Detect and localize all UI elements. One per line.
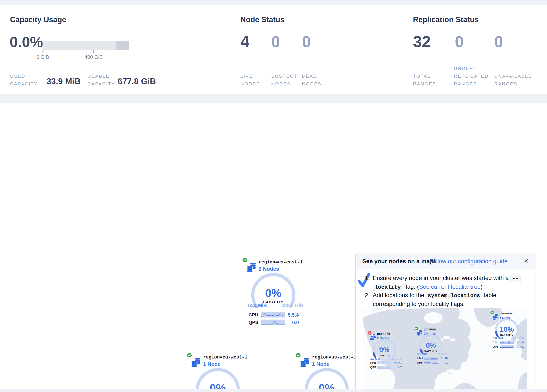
geo-card-sfo[interactable]: 1 geo=sfo 2 Nodes 9% CAPACITY 3.2 GiB 35… — [368, 331, 403, 371]
healthy-check-icon — [242, 258, 247, 263]
qps-value: 4.7 — [398, 366, 402, 369]
region-name: region=us-west-1 — [312, 355, 356, 360]
usable-capacity-label: USABLE CAPACITY — [88, 72, 115, 88]
locality-tree-link[interactable]: See current locality tree — [419, 283, 481, 290]
capacity-reserved-segment — [116, 41, 129, 50]
cpu-sparkline — [261, 312, 285, 317]
live-nodes-label: LIVE NODES — [240, 72, 260, 88]
step-text: ) — [481, 283, 483, 290]
geo-name: geo=sfo — [377, 332, 390, 336]
popup-header: See your nodes on a map! Follow our conf… — [356, 254, 535, 269]
caribbean-island — [448, 373, 452, 374]
region-card-us-west-1[interactable]: region=us-west-1 1 Node 0% CAPACITY 9.6 … — [295, 352, 358, 392]
code-chip: locality — [373, 284, 403, 291]
qps-row: QPS 0.0 — [490, 345, 526, 348]
region-nodes-link[interactable]: 1 Node — [203, 361, 220, 367]
used-capacity-value: 33.9 MiB — [47, 77, 80, 86]
cpu-sparkline — [424, 357, 438, 360]
used-value: 14.4 MiB — [247, 303, 267, 309]
capacity-gauge: 0% CAPACITY — [250, 271, 297, 319]
view-toolbar: Node Map▾ Cluster 10m Past 10 Minutes ‹ … — [0, 103, 547, 121]
qps-row: QPS 0.0 — [242, 320, 305, 325]
cpu-row: CPU 5.5% — [242, 312, 305, 318]
total-ranges-label: TOTAL RANGES — [413, 72, 436, 88]
axis-tick-label: 0 GiB — [36, 54, 49, 60]
region-nodes-link[interactable]: 2 Nodes — [259, 266, 279, 272]
node-status-title: Node Status — [240, 15, 284, 24]
cpu-value: 5.5% — [288, 312, 299, 318]
qps-label: QPS — [370, 366, 376, 369]
cpu-value: 12.3% — [516, 341, 524, 344]
cpu-label: CPU — [249, 312, 258, 318]
healthy-check-icon — [296, 353, 301, 358]
node-map-setup-popup: See your nodes on a map! Follow our conf… — [356, 254, 535, 392]
replication-status-title: Replication Status — [413, 15, 479, 24]
total-value: 338.9 GiB — [281, 303, 303, 309]
capacity-gauge: 0% CAPACITY — [194, 366, 241, 392]
capacity-values: 3.7 GiB 65.7 GiB — [414, 352, 450, 356]
used-value: 3.2 GiB — [370, 357, 380, 360]
cpu-label: CPU — [493, 341, 499, 344]
step-number: 1. — [365, 274, 370, 282]
qps-sparkline — [377, 366, 391, 369]
cpu-value: 11.0% — [394, 361, 402, 364]
healthy-check-icon — [187, 353, 192, 358]
configuration-guide-link[interactable]: Follow our configuration guide — [429, 258, 508, 265]
axis-tick-label: 400 GiB — [85, 54, 103, 60]
code-chip: system.locations — [426, 292, 482, 299]
qps-label: QPS — [417, 361, 423, 364]
cpu-row: CPU 11.0% — [368, 361, 403, 365]
cpu-value: 42.5% — [441, 357, 448, 360]
total-value: 34.4 GiB — [513, 337, 524, 340]
code-chip: -- — [510, 275, 521, 282]
capacity-word: CAPACITY — [494, 334, 520, 336]
live-nodes-count: 4 — [240, 33, 249, 51]
step-number: 2. — [365, 291, 370, 299]
geo-card-ams[interactable]: geo=ams 1 Node 10% CAPACITY 3.6 GiB 34.4… — [490, 310, 526, 350]
region-name: region=us-east-1 — [259, 260, 303, 265]
close-icon[interactable]: ✕ — [524, 258, 529, 264]
qps-label: QPS — [493, 345, 499, 348]
geo-card-nyc[interactable]: geo=nyc 2 Nodes 6% CAPACITY 3.7 GiB 65.7… — [414, 326, 450, 366]
setup-step-1: 1.Ensure every node in your cluster was … — [365, 274, 528, 291]
qps-sparkline — [500, 345, 514, 348]
axis-tick — [119, 50, 119, 53]
dead-nodes-label: DEAD NODES — [302, 72, 321, 88]
capacity-percent: 0% — [250, 287, 297, 299]
capacity-used-percent: 0.0% — [10, 34, 43, 50]
geo-name: geo=nyc — [424, 328, 437, 331]
total-value: 65.7 GiB — [437, 352, 448, 356]
cpu-row: CPU 12.3% — [490, 341, 526, 344]
dead-nodes-count: 0 — [302, 33, 311, 51]
region-nodes-link[interactable]: 1 Node — [312, 361, 329, 367]
node-map-canvas: region=us-east-1 2 Nodes 0% CAPACITY 14.… — [0, 121, 547, 389]
under-replicated-ranges-count: 0 — [455, 33, 464, 51]
qps-sparkline — [424, 361, 438, 364]
qps-value: 0.0 — [292, 320, 299, 325]
setup-step-2: 2.Add locations to the system.locations … — [365, 291, 528, 308]
total-value: 35.1 GiB — [390, 357, 402, 360]
qps-value: 0.0 — [444, 361, 448, 364]
unavailable-ranges-label: UNAVAILABLE RANGES — [494, 72, 532, 88]
qps-row: QPS 0.0 — [414, 361, 450, 364]
capacity-values: 14.4 MiB 338.9 GiB — [242, 303, 305, 309]
region-card-us-east-1[interactable]: region=us-east-1 2 Nodes 0% CAPACITY 14.… — [242, 257, 305, 329]
capacity-percent: 6% — [418, 341, 444, 349]
geo-name: geo=ams — [499, 312, 513, 315]
used-capacity-label: USED CAPACITY — [10, 72, 38, 88]
database-nodes-icon — [300, 357, 310, 367]
used-value: 3.6 GiB — [493, 337, 503, 340]
capacity-word: CAPACITY — [418, 350, 444, 352]
qps-row: QPS 4.7 — [368, 365, 403, 369]
usable-capacity-value: 677.8 GiB — [118, 77, 156, 86]
cpu-sparkline — [500, 341, 514, 344]
popup-title: See your nodes on a map! — [362, 258, 435, 265]
cluster-summary-panel: Capacity Usage 0.0% 0 GiB 400 GiB USED C… — [0, 5, 547, 94]
capacity-values: 3.2 GiB 35.1 GiB — [368, 357, 403, 361]
used-value: 3.7 GiB — [417, 352, 427, 356]
unavailable-ranges-count: 0 — [494, 33, 503, 51]
axis-tick — [93, 50, 94, 53]
suspect-nodes-count: 0 — [271, 33, 280, 51]
capacity-usage-bar — [42, 41, 129, 50]
region-card-eu-west-1[interactable]: region=eu-west-1 1 Node 0% CAPACITY 9.9 … — [186, 352, 249, 392]
